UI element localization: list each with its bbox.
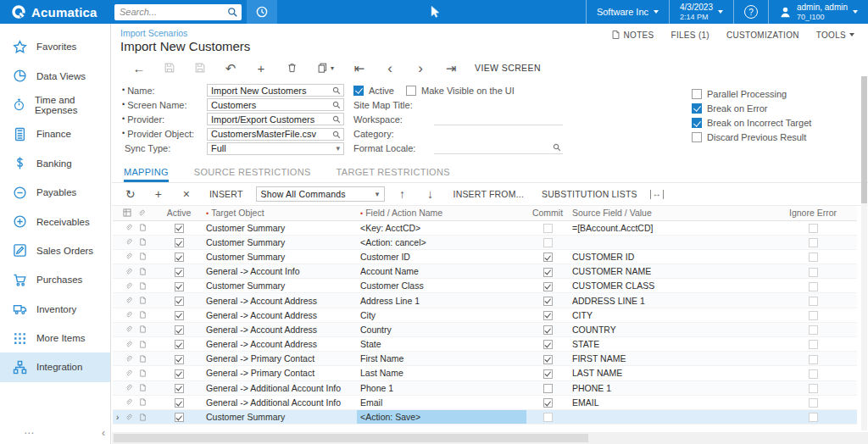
note-icon[interactable] (139, 397, 147, 407)
user-menu[interactable]: admin, admin 70_I100 (769, 0, 868, 24)
target-object-cell[interactable]: Customer Summary (203, 409, 357, 424)
lookup-icon[interactable] (332, 101, 341, 109)
column-header-field-action[interactable]: •Field / Action Name (357, 206, 526, 220)
prev-record-button[interactable]: ‹ (375, 58, 405, 77)
tab-mapping[interactable]: MAPPING (124, 167, 169, 182)
vertical-scrollbar[interactable] (861, 76, 867, 430)
commit-checkbox[interactable] (543, 355, 553, 364)
active-checkbox[interactable] (175, 413, 184, 422)
sidebar-item-data-views[interactable]: Data Views (0, 61, 110, 90)
active-cell[interactable] (155, 220, 203, 235)
ignore-error-checkbox[interactable] (809, 311, 818, 320)
target-object-cell[interactable]: General -> Primary Contact (203, 366, 357, 380)
sidebar-item-payables[interactable]: Payables (0, 178, 110, 207)
row-notes-cell[interactable] (136, 322, 155, 336)
grid-settings-header[interactable] (121, 206, 136, 220)
active-checkbox[interactable] (175, 311, 184, 320)
commit-checkbox[interactable] (543, 268, 553, 277)
last-record-button[interactable]: ⇥ (436, 58, 466, 77)
note-icon[interactable] (139, 369, 147, 378)
make-visible-checkbox-row[interactable]: Make Visible on the UI (406, 83, 515, 97)
column-header-active[interactable]: Active (155, 206, 203, 220)
source-field-cell[interactable] (569, 409, 769, 424)
row-files-cell[interactable] (121, 322, 136, 336)
horizontal-scrollbar-thumb[interactable] (114, 434, 588, 442)
target-object-cell[interactable]: Customer Summary (203, 220, 357, 235)
commit-cell[interactable] (526, 409, 569, 424)
copy-paste-button[interactable]: ▾ (307, 58, 344, 77)
column-header-target-object[interactable]: •Target Object (203, 206, 357, 220)
row-notes-cell[interactable] (136, 395, 155, 409)
tab-source-restrictions[interactable]: SOURCE RESTRICTIONS (194, 167, 311, 182)
ignore-error-cell[interactable] (769, 322, 857, 336)
fit-to-screen-button[interactable]: ↔ (650, 190, 664, 199)
field-input[interactable]: Import New Customers (207, 84, 344, 97)
paperclip-icon[interactable] (125, 413, 132, 422)
ignore-error-cell[interactable] (769, 395, 857, 409)
date-time-selector[interactable]: 4/3/2023 2:14 PM (670, 0, 733, 24)
active-cell[interactable] (155, 249, 203, 264)
paperclip-icon[interactable] (125, 354, 132, 364)
table-row[interactable]: ›Customer Summary<Action: Save> (113, 409, 857, 424)
active-cell[interactable] (155, 366, 203, 380)
active-cell[interactable] (155, 235, 203, 249)
active-checkbox[interactable] (175, 253, 184, 262)
sidebar-item-banking[interactable]: Banking (0, 149, 110, 178)
field-action-cell[interactable]: State (357, 337, 526, 352)
commit-checkbox[interactable] (543, 311, 553, 320)
note-icon[interactable] (139, 340, 147, 349)
target-object-cell[interactable]: Customer Summary (203, 235, 357, 249)
active-cell[interactable] (155, 322, 203, 336)
ignore-error-checkbox[interactable] (809, 369, 818, 379)
insert-from-button[interactable]: INSERT FROM... (448, 189, 530, 199)
ignore-error-checkbox[interactable] (809, 398, 818, 408)
source-field-cell[interactable]: CITY (569, 308, 769, 322)
save-close-button[interactable] (154, 58, 185, 77)
row-files-cell[interactable] (121, 293, 136, 308)
column-header-commit[interactable]: Commit (526, 206, 569, 220)
field-input[interactable]: Import/Export Customers (207, 113, 344, 125)
first-record-button[interactable]: ⇤ (344, 58, 375, 77)
next-record-button[interactable]: › (405, 58, 436, 77)
ignore-error-cell[interactable] (769, 366, 857, 380)
table-row[interactable]: General -> Primary ContactLast NameLAST … (113, 366, 857, 380)
row-files-cell[interactable] (121, 279, 136, 293)
source-field-cell[interactable]: STATE (569, 337, 769, 352)
commit-checkbox[interactable] (543, 413, 553, 422)
checkbox-row-break-on-incorrect-target[interactable]: Break on Incorrect Target (692, 115, 811, 130)
source-field-cell[interactable]: CUSTOMER CLASS (569, 279, 769, 293)
source-field-cell[interactable]: =[BAccount.AcctCD] (569, 220, 769, 235)
source-field-cell[interactable]: CUSTOMER ID (569, 249, 769, 264)
active-checkbox[interactable] (175, 340, 184, 349)
delete-record-button[interactable] (276, 58, 307, 77)
ignore-error-cell[interactable] (769, 352, 857, 366)
paperclip-icon[interactable] (125, 383, 132, 392)
active-cell[interactable] (155, 409, 203, 424)
table-row[interactable]: General -> Primary ContactFirst NameFIRS… (113, 352, 857, 366)
lookup-icon[interactable] (332, 130, 341, 139)
commit-checkbox[interactable] (543, 224, 553, 233)
source-field-cell[interactable]: FIRST NAME (569, 352, 769, 366)
commit-cell[interactable] (526, 235, 569, 249)
ignore-error-checkbox[interactable] (809, 355, 818, 364)
paperclip-icon[interactable] (125, 325, 132, 334)
note-icon[interactable] (139, 413, 147, 422)
source-field-cell[interactable]: CUSTOMER NAME (569, 264, 769, 279)
active-checkbox[interactable] (353, 86, 364, 96)
sidebar-item-sales-orders[interactable]: Sales Orders (0, 236, 110, 265)
row-files-cell[interactable] (121, 337, 136, 352)
commit-cell[interactable] (526, 308, 569, 322)
ignore-error-checkbox[interactable] (809, 238, 818, 247)
row-files-cell[interactable] (121, 380, 136, 395)
sidebar-item-purchases[interactable]: Purchases (0, 265, 110, 294)
lookup-icon[interactable] (332, 86, 341, 95)
row-notes-cell[interactable] (136, 264, 155, 279)
commit-checkbox[interactable] (543, 238, 553, 247)
row-notes-cell[interactable] (136, 337, 155, 352)
note-icon[interactable] (139, 325, 147, 334)
commit-checkbox[interactable] (543, 297, 553, 306)
checkbox[interactable] (692, 132, 702, 142)
paperclip-icon[interactable] (125, 296, 132, 305)
row-notes-cell[interactable] (136, 220, 155, 235)
ignore-error-checkbox[interactable] (809, 253, 818, 262)
